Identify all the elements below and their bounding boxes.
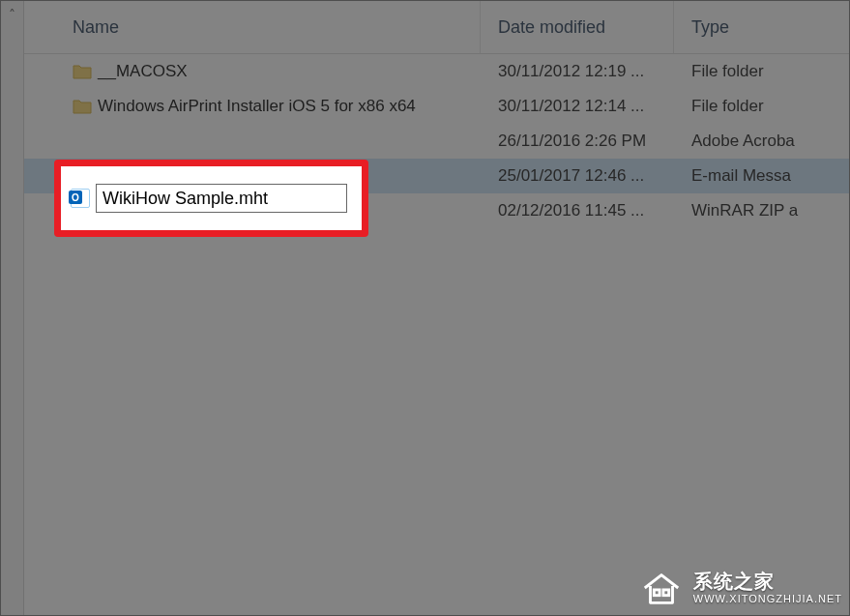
scroll-up-arrow-icon[interactable]: ˄ xyxy=(1,7,23,22)
file-date: 30/11/2012 12:19 ... xyxy=(481,62,674,81)
column-header-date-label: Date modified xyxy=(498,17,605,38)
folder-icon xyxy=(73,62,92,81)
file-date: 30/11/2012 12:14 ... xyxy=(481,97,674,116)
file-row[interactable]: Windows AirPrint Installer iOS 5 for x86… xyxy=(24,89,849,124)
file-date: 25/01/2017 12:46 ... xyxy=(481,166,674,186)
file-type: File folder xyxy=(674,62,849,81)
svg-rect-1 xyxy=(663,590,669,596)
column-header-name-label: Name xyxy=(73,17,119,38)
column-header-date[interactable]: Date modified xyxy=(481,1,674,53)
svg-rect-0 xyxy=(654,590,659,596)
watermark-title: 系统之家 xyxy=(693,571,842,593)
folder-icon xyxy=(73,97,92,116)
file-date: 26/11/2016 2:26 PM xyxy=(481,132,674,151)
watermark-url: WWW.XITONGZHIJIA.NET xyxy=(693,593,842,605)
rename-highlight-box xyxy=(54,160,368,237)
file-type: WinRAR ZIP a xyxy=(674,201,849,220)
column-header-type-label: Type xyxy=(691,17,729,38)
column-header-row: ˄ Name Date modified Type xyxy=(24,1,849,54)
file-list: __MACOSX 30/11/2012 12:19 ... File folde… xyxy=(24,54,849,615)
file-row[interactable]: pdf-sample 26/11/2016 2:26 PM Adobe Acro… xyxy=(24,124,849,159)
file-date: 02/12/2016 11:45 ... xyxy=(481,201,674,220)
file-explorer-pane: ˄ ˄ Name Date modified Type __MACOSX 30/… xyxy=(0,0,850,616)
file-name: Windows AirPrint Installer iOS 5 for x86… xyxy=(98,97,416,116)
vertical-scrollbar[interactable]: ˄ xyxy=(1,1,24,615)
column-header-name[interactable]: ˄ Name xyxy=(24,1,481,53)
file-rename-input[interactable] xyxy=(96,184,347,213)
watermark-logo-icon xyxy=(639,566,684,610)
sort-ascending-icon: ˄ xyxy=(249,1,255,11)
column-header-type[interactable]: Type xyxy=(674,1,849,53)
file-type: E-mail Messa xyxy=(674,166,849,186)
file-name: __MACOSX xyxy=(98,62,188,81)
watermark: 系统之家 WWW.XITONGZHIJIA.NET xyxy=(639,566,842,610)
file-type: Adobe Acroba xyxy=(674,132,849,151)
outlook-icon xyxy=(71,189,90,208)
file-row[interactable]: __MACOSX 30/11/2012 12:19 ... File folde… xyxy=(24,54,849,89)
file-type: File folder xyxy=(674,97,849,116)
